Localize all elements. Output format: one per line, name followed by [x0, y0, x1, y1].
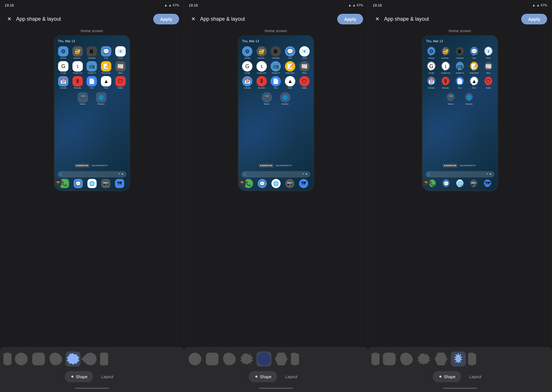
settings-icon-1: ⚙ [58, 46, 68, 57]
shape-item-partial-right-1[interactable] [100, 352, 108, 366]
app-row-2-3: G Google 1 Google One 📺 Google TV 📝 Keep… [423, 60, 497, 75]
app-movies-2: 🎬 Movies [262, 92, 272, 105]
shape-item-0-3[interactable] [382, 352, 397, 366]
phone-frame-1: Thu, Mar 13 ⚙ Settings 🔐 Authentic... 🖩 … [55, 35, 129, 190]
phone-date-1: Thu, Mar 13 [55, 35, 129, 45]
app-rec-2: 🎙 Recorder [256, 76, 268, 89]
gtv-icon-3: 📺 [455, 61, 465, 72]
dock-cam-1: 📷 [101, 179, 110, 188]
shape-item-1-3[interactable] [399, 352, 414, 366]
movies-icon-2: 🎬 [262, 92, 272, 103]
tab-layout-1[interactable]: Layout [95, 371, 119, 382]
shape-item-3-1[interactable] [66, 352, 80, 366]
home-indicator-3 [370, 388, 549, 390]
dock-chrome-2: 🌐 [271, 179, 281, 188]
app-safety-2: 🛡 Safety [298, 76, 310, 89]
movies-icon-3: 🎬 [446, 92, 456, 103]
tab-shape-1[interactable]: ✦ Shape [65, 371, 93, 382]
gtv-icon-2: 📺 [271, 61, 281, 72]
tab-shape-3[interactable]: ✦ Shape [433, 371, 461, 382]
tab-layout-2[interactable]: Layout [279, 371, 303, 382]
docs-icon-2: 📄 [271, 76, 281, 86]
close-button-3[interactable]: ✕ [373, 14, 382, 24]
tab-shape-2[interactable]: ✦ Shape [249, 371, 277, 382]
shape-item-3-2[interactable] [239, 352, 254, 366]
rec-icon-1: 🎙 [72, 76, 83, 86]
bottom-section-1: ✦ Shape Layout [0, 347, 184, 392]
shape-item-partial-right-3[interactable] [468, 352, 476, 366]
app-settings-3: ⚙ Settings [425, 46, 438, 59]
phone-screen-2: Thu, Mar 13 ⚙ Settings 🔐 Authentic... 🖩 … [239, 35, 313, 190]
phone-preview-3: Thu, Mar 13 ⚙ Settings 🔐 Authentic... 🖩 … [368, 35, 552, 347]
browsers-icon-2: 🌐 [280, 92, 290, 103]
shape-item-partial-left-3[interactable] [371, 352, 379, 366]
search-bar-1: G 🎤 🔍 [57, 171, 126, 177]
shape-picker-2 [186, 352, 365, 370]
shape-item-1-1[interactable] [31, 352, 46, 366]
signal-icon: ▲ [168, 3, 172, 7]
app-cal-2: 📅 Calendar [241, 76, 254, 89]
dock-maps-2: 🗺 [299, 179, 308, 188]
close-button-2[interactable]: ✕ [189, 14, 198, 24]
app-auth-3: 🔐 Authentic... [440, 46, 452, 59]
shape-item-2-2[interactable] [222, 352, 237, 366]
watermark-1: ANDROID AUTHORITY [74, 164, 109, 167]
shape-item-0-1[interactable] [14, 352, 29, 366]
app-docs-2: 📄 Docs [270, 76, 282, 89]
shape-item-1-2[interactable] [205, 352, 220, 366]
dock-msg-2: 💬 [258, 179, 267, 188]
app-gtv-2: 📺 Google TV [270, 61, 282, 74]
screenshot-btn-1[interactable]: 📸 [55, 179, 62, 186]
app-settings-2: ⚙ Settings [241, 46, 254, 59]
status-bar-2: 19:16 ▲ ▲ 67% [184, 0, 368, 10]
news-icon-2: 📰 [299, 61, 310, 72]
app-google-3: G Google [425, 61, 438, 74]
shape-item-partial-left-1[interactable] [3, 352, 12, 366]
tab-layout-3[interactable]: Layout [463, 371, 487, 382]
gmail-icon-2: 📧 [299, 46, 310, 57]
shape-item-2-3[interactable] [416, 352, 431, 366]
bottom-tabs-2: ✦ Shape Layout [186, 370, 365, 388]
shape-item-partial-2[interactable] [291, 352, 299, 366]
status-bar-3: 19:16 ▲ ▲ 67% [368, 0, 552, 10]
shape-tab-label-2: Shape [260, 374, 271, 379]
apply-button-1[interactable]: Apply [153, 14, 179, 24]
status-time-1: 19:16 [5, 3, 14, 7]
app-drive-1: ▲ Drive [100, 76, 112, 89]
watermark-3: ANDROID AUTHORITY [442, 164, 477, 167]
google-icon-3: G [426, 61, 436, 72]
app-chat-3: 💬 Chat [468, 46, 480, 59]
bottom-tabs-1: ✦ Shape Layout [2, 370, 181, 388]
apply-button-2[interactable]: Apply [337, 14, 363, 24]
gmail-icon-1: 📧 [115, 46, 126, 57]
panel-3: 19:16 ▲ ▲ 67% ✕ App shape & layout Apply… [368, 0, 552, 392]
app-row-1-1: ⚙ Settings 🔐 Authentic... 🖩 Calculator 💬… [55, 45, 129, 60]
shape-item-4-2[interactable] [256, 352, 271, 366]
header-title-3: App shape & layout [384, 16, 521, 22]
app-news-2: 📰 News [298, 61, 310, 74]
shape-item-0-2[interactable] [187, 352, 202, 366]
status-bar-1: 19:16 ▲ ▲ 67% [0, 0, 184, 10]
shape-item-2-1[interactable] [48, 352, 63, 366]
shape-item-4-3[interactable] [451, 352, 466, 366]
app-safety-1: 🛡 Safety [114, 76, 126, 89]
header-title-1: App shape & layout [16, 16, 153, 22]
screenshot-btn-3[interactable]: 📸 [423, 179, 430, 186]
cal-icon-3: 📅 [426, 76, 436, 86]
screenshot-btn-2[interactable]: 📸 [239, 179, 246, 186]
shape-item-4-1[interactable] [83, 352, 98, 366]
gone-icon-2: 1 [256, 61, 267, 72]
header-title-2: App shape & layout [200, 16, 337, 22]
app-gtv-1: 📺 Google TV [86, 61, 98, 74]
app-row-2-2: G Google 1 Google One 📺 Google TV 📝 Keep… [239, 60, 313, 75]
home-indicator-1 [2, 388, 181, 390]
close-button-1[interactable]: ✕ [5, 14, 14, 24]
app-gtv-3: 📺 Google TV [454, 61, 466, 74]
shape-item-5-2[interactable] [274, 352, 289, 366]
apply-button-3[interactable]: Apply [521, 14, 547, 24]
app-drive-2: ▲ Drive [284, 76, 296, 89]
app-keep-3: 📝 Keep Notes [468, 61, 480, 74]
home-bar-1 [75, 388, 109, 389]
shape-item-3-3[interactable] [434, 352, 448, 366]
app-google-1: G Google [57, 61, 70, 74]
